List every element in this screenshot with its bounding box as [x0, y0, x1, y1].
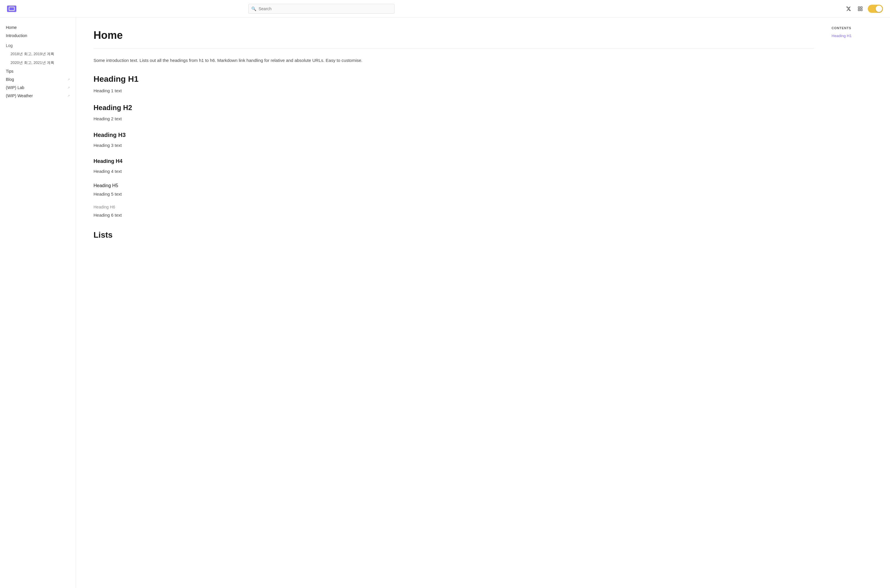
search-container: 🔍 [248, 4, 394, 14]
twitter-icon[interactable] [845, 4, 852, 13]
sidebar-section-log: Log [0, 42, 76, 50]
external-link-icon: ↗ [67, 86, 70, 90]
heading-h1: Heading H1 [93, 75, 814, 84]
toggle-thumb [876, 6, 882, 12]
body-text-h2: Heading 2 text [93, 116, 814, 122]
intro-text: Some introduction text. Lists out all th… [93, 57, 814, 64]
body-text-h4: Heading 4 text [93, 168, 814, 175]
sidebar-item-tips[interactable]: Tips [0, 67, 76, 75]
heading-h2: Heading H2 [93, 104, 814, 112]
heading-h6: Heading H6 [93, 205, 814, 209]
main-content: Home Some introduction text. Lists out a… [76, 18, 831, 588]
external-link-icon: ↗ [67, 94, 70, 98]
svg-rect-3 [861, 9, 862, 10]
search-input[interactable] [248, 4, 394, 14]
body-text-h3: Heading 3 text [93, 142, 814, 149]
toc-sidebar: CONTENTS Heading H1 [831, 23, 884, 42]
svg-rect-1 [861, 7, 862, 8]
heading-h5: Heading H5 [93, 183, 814, 188]
svg-rect-0 [858, 7, 860, 8]
search-icon: 🔍 [251, 6, 256, 11]
header-right [845, 4, 883, 13]
sidebar-item-blog[interactable]: Blog ↗ [0, 75, 76, 84]
header: 🔍 [0, 0, 890, 18]
sidebar-nav: Home Introduction Log 2018년 회고, 2019년 계획… [0, 23, 76, 100]
body-text-h5: Heading 5 text [93, 190, 814, 198]
sidebar-item-weather[interactable]: (WIP) Weather ↗ [0, 92, 76, 100]
body-text-h6: Heading 6 text [93, 212, 814, 219]
logo[interactable] [7, 4, 19, 13]
heading-h4: Heading H4 [93, 158, 814, 164]
toc-label: CONTENTS [831, 26, 884, 30]
share-icon[interactable] [856, 4, 864, 13]
page-title: Home [93, 29, 814, 42]
sidebar-item-lab[interactable]: (WIP) Lab ↗ [0, 84, 76, 92]
sidebar-item-2020[interactable]: 2020년 회고, 2021년 계획 [0, 58, 76, 67]
lists-heading: Lists [93, 230, 814, 240]
sidebar-item-home[interactable]: Home [0, 23, 76, 32]
sidebar-item-2018[interactable]: 2018년 회고, 2019년 계획 [0, 50, 76, 58]
page-layout: Home Introduction Log 2018년 회고, 2019년 계획… [0, 18, 890, 588]
dark-mode-toggle[interactable] [868, 4, 883, 13]
toggle-track [868, 4, 883, 13]
divider [93, 48, 814, 49]
toc-item-h1[interactable]: Heading H1 [831, 33, 884, 39]
external-link-icon: ↗ [67, 78, 70, 81]
sidebar: Home Introduction Log 2018년 회고, 2019년 계획… [0, 18, 76, 588]
sidebar-item-introduction[interactable]: Introduction [0, 32, 76, 40]
logo-image [7, 6, 17, 12]
heading-h3: Heading H3 [93, 132, 814, 138]
body-text-h1: Heading 1 text [93, 87, 814, 94]
svg-rect-2 [858, 9, 860, 10]
